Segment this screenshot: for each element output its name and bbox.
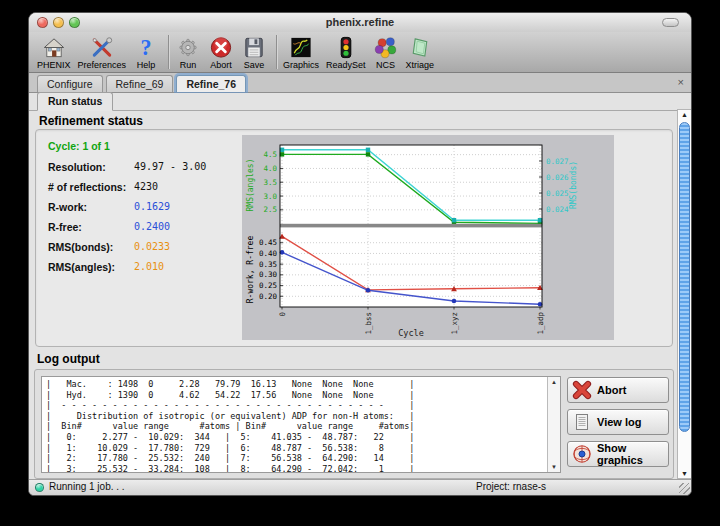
svg-text:1_xyz: 1_xyz	[450, 312, 459, 335]
view-log-button[interactable]: View log	[567, 409, 669, 435]
scroll-down-icon[interactable]: ▼	[678, 470, 691, 477]
stat-row: RMS(angles):2.010	[48, 261, 240, 273]
svg-text:?: ?	[141, 35, 152, 60]
toolbar-separator	[276, 35, 277, 69]
svg-text:0.40: 0.40	[259, 249, 278, 258]
toolbar-button-phenix[interactable]: PHENIX	[37, 35, 71, 70]
app-window: phenix.refine PHENIXPreferences?HelpRunA…	[28, 12, 692, 496]
xtriage-icon	[407, 35, 433, 60]
toolbar-button-save[interactable]: Save	[241, 35, 267, 70]
stat-label: RMS(angles):	[48, 261, 134, 273]
toolbar-button-help[interactable]: ?Help	[133, 35, 159, 70]
stat-value: 4230	[134, 181, 158, 193]
svg-text:0.25: 0.25	[259, 281, 277, 290]
stat-label: Resolution:	[48, 161, 134, 173]
toolbar: PHENIXPreferences?HelpRunAbortSaveGraphi…	[29, 32, 691, 73]
svg-text:3.0: 3.0	[263, 192, 277, 201]
refinement-stats: Cycle: 1 of 1Resolution:49.97 - 3.00# of…	[48, 140, 240, 281]
scroll-up-icon[interactable]: ▲	[548, 379, 560, 385]
titlebar[interactable]: phenix.refine	[29, 13, 691, 32]
svg-text:RMS(bonds): RMS(bonds)	[569, 161, 578, 209]
toolbar-button-readyset[interactable]: ReadySet	[326, 35, 366, 70]
show-graphics-icon	[572, 444, 592, 464]
status-bar: Running 1 job. . . Project: rnase-s	[29, 479, 691, 495]
stat-row: R-work:0.1629	[48, 201, 240, 213]
toolbar-button-label: NCS	[376, 60, 395, 70]
run-icon	[175, 35, 201, 60]
svg-text:0.35: 0.35	[259, 260, 277, 269]
tab-bar: ConfigureRefine_69Refine_76 ×	[29, 73, 691, 93]
svg-text:0.026: 0.026	[546, 173, 569, 182]
action-button-label: View log	[597, 416, 641, 428]
readyset-icon	[333, 35, 359, 60]
desktop-background: phenix.refine PHENIXPreferences?HelpRunA…	[0, 0, 720, 526]
action-button-label: Show graphics	[597, 442, 664, 466]
svg-text:4.5: 4.5	[263, 150, 277, 159]
svg-text:0.024: 0.024	[546, 205, 569, 214]
status-running-indicator	[35, 483, 44, 492]
stat-row: Resolution:49.97 - 3.00	[48, 161, 240, 173]
refinement-status-heading: Refinement status	[39, 114, 143, 128]
view-log-icon	[572, 412, 592, 432]
toolbar-button-preferences[interactable]: Preferences	[78, 35, 127, 70]
toolbar-toggle-button[interactable]	[662, 18, 679, 27]
toolbar-button-run[interactable]: Run	[175, 35, 201, 70]
stat-value: 49.97 - 3.00	[134, 161, 206, 173]
stat-label: R-work:	[48, 201, 134, 213]
status-text: Running 1 job. . .	[49, 481, 125, 492]
abort-x-icon	[572, 380, 592, 400]
abort-icon	[208, 35, 234, 60]
toolbar-button-graphics[interactable]: Graphics	[283, 35, 319, 70]
stat-value: 2.010	[134, 261, 164, 273]
scroll-down-icon[interactable]: ▼	[548, 464, 560, 470]
tab-refine-76[interactable]: Refine_76	[176, 75, 246, 92]
close-tab-button[interactable]: ×	[678, 75, 684, 89]
refinement-chart-svg: 2.53.03.54.04.50.0240.0250.0260.027RMS(b…	[242, 135, 614, 340]
svg-text:R-work, R-free: R-work, R-free	[246, 236, 255, 304]
tab-refine-69[interactable]: Refine_69	[106, 75, 174, 92]
stat-label: # of reflections:	[48, 181, 134, 193]
refinement-status-panel: Cycle: 1 of 1Resolution:49.97 - 3.00# of…	[35, 129, 673, 347]
toolbar-button-label: ReadySet	[326, 60, 366, 70]
svg-text:0.027: 0.027	[546, 157, 569, 166]
log-view[interactable]: | Mac. : 1498 0 2.28 79.79 16.13 None No…	[41, 376, 561, 473]
tab-configure[interactable]: Configure	[37, 75, 103, 92]
stat-label: R-free:	[48, 221, 134, 233]
svg-text:0.025: 0.025	[546, 189, 569, 198]
log-text: | Mac. : 1498 0 2.28 79.79 16.13 None No…	[42, 377, 560, 473]
action-button-label: Abort	[597, 384, 626, 396]
window-title: phenix.refine	[29, 16, 691, 28]
toolbar-button-ncs[interactable]: NCS	[373, 35, 399, 70]
svg-text:1_adp: 1_adp	[536, 312, 545, 335]
svg-text:2.5: 2.5	[263, 205, 277, 214]
main-scrollbar[interactable]: ▲ ▼	[677, 109, 692, 479]
toolbar-button-label: Graphics	[283, 60, 319, 70]
toolbar-button-xtriage[interactable]: Xtriage	[406, 35, 435, 70]
scroll-up-icon[interactable]: ▲	[678, 111, 691, 118]
svg-text:3.5: 3.5	[263, 178, 277, 187]
toolbar-button-abort[interactable]: Abort	[208, 35, 234, 70]
tab-run-status[interactable]: Run status	[37, 92, 113, 111]
toolbar-button-label: Help	[137, 60, 156, 70]
svg-text:0.45: 0.45	[259, 238, 277, 247]
scrollbar-thumb[interactable]	[679, 122, 690, 432]
log-output-heading: Log output	[37, 352, 100, 366]
svg-text:RMS(angles): RMS(angles)	[246, 159, 255, 212]
stat-value: 0.2400	[134, 221, 170, 233]
stat-row: # of reflections:4230	[48, 181, 240, 193]
stat-row: R-free:0.2400	[48, 221, 240, 233]
toolbar-button-label: Save	[244, 60, 265, 70]
toolbar-button-label: PHENIX	[37, 60, 71, 70]
svg-text:0.20: 0.20	[259, 292, 278, 301]
action-buttons: AbortView logShow graphics	[567, 377, 669, 467]
log-scrollbar[interactable]: ▲ ▼	[547, 377, 560, 472]
resize-grip[interactable]	[679, 483, 690, 494]
toolbar-button-label: Preferences	[78, 60, 127, 70]
abort-button[interactable]: Abort	[567, 377, 669, 403]
graphics-icon	[288, 35, 314, 60]
svg-text:Cycle: Cycle	[398, 328, 424, 338]
show-graphics-button[interactable]: Show graphics	[567, 441, 669, 467]
subtab-row: Run status	[29, 93, 691, 111]
stat-value: 0.1629	[134, 201, 170, 213]
stat-row: RMS(bonds):0.0233	[48, 241, 240, 253]
